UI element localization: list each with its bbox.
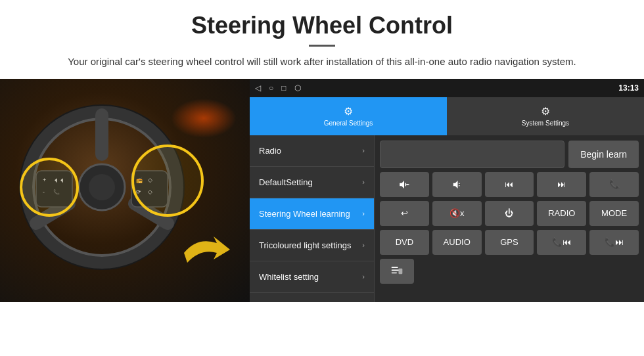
begin-learn-button[interactable]: Begin learn	[568, 141, 639, 168]
back-icon[interactable]: ◁	[255, 83, 261, 93]
control-panel: Begin learn ⏮ ⏭ 📞 ↩ 🔇x	[375, 135, 644, 302]
highlight-circle-left	[20, 158, 79, 217]
home-icon[interactable]: ○	[269, 83, 273, 93]
menu-item-steering-label: Steering Wheel learning	[259, 209, 362, 219]
chevron-icon: ›	[362, 273, 365, 280]
page-subtitle: Your original car's steering wheel contr…	[26, 55, 618, 70]
page-header: Steering Wheel Control Your original car…	[0, 0, 644, 79]
title-divider	[309, 45, 335, 47]
volume-down-button[interactable]	[432, 172, 482, 197]
steering-input[interactable]	[380, 141, 564, 168]
tab-system[interactable]: ⚙ System Settings	[447, 97, 644, 135]
menu-item-radio-label: Radio	[259, 146, 362, 156]
svg-point-7	[89, 174, 115, 200]
system-settings-icon: ⚙	[541, 105, 550, 118]
begin-learn-row: Begin learn	[380, 141, 639, 168]
previous-track-button[interactable]: ⏮	[485, 172, 534, 197]
chevron-icon: ›	[362, 178, 365, 186]
control-buttons-row2: ↩ 🔇x ⏻ RADIO MODE	[380, 201, 639, 226]
radio-mode-button[interactable]: RADIO	[537, 201, 586, 226]
gps-button[interactable]: GPS	[485, 230, 534, 255]
recents-icon[interactable]: □	[281, 83, 286, 93]
chevron-icon: ›	[362, 210, 365, 217]
volume-up-icon	[398, 179, 410, 190]
menu-item-default-label: DefaultSetting	[259, 177, 362, 187]
menu-list: Radio › DefaultSetting › Steering Wheel …	[250, 135, 375, 302]
menu-item-whitelist[interactable]: Whitelist setting ›	[250, 261, 374, 293]
phone-answer-button[interactable]: 📞	[589, 172, 639, 197]
svg-rect-23	[392, 272, 397, 273]
dvd-button[interactable]: DVD	[380, 230, 429, 255]
power-button[interactable]: ⏻	[485, 201, 534, 226]
menu-item-steering-wheel[interactable]: Steering Wheel learning ›	[250, 198, 374, 230]
audio-button[interactable]: AUDIO	[432, 230, 482, 255]
svg-rect-21	[392, 267, 398, 268]
menu-item-whitelist-label: Whitelist setting	[259, 272, 362, 282]
control-buttons-row3: DVD AUDIO GPS 📞⏮ 📞⏭	[380, 230, 639, 255]
tab-system-label: System Settings	[522, 120, 569, 127]
menu-item-radio[interactable]: Radio ›	[250, 135, 374, 167]
status-bar-nav: ◁ ○ □ ⬡	[255, 83, 301, 93]
tab-bar: ⚙ General Settings ⚙ System Settings	[250, 97, 644, 135]
svg-rect-20	[459, 184, 460, 185]
mute-button[interactable]: 🔇x	[432, 201, 482, 226]
menu-item-tricoloured-label: Tricoloured light settings	[259, 240, 362, 250]
chevron-icon: ›	[362, 146, 365, 154]
highlight-circle-right	[131, 145, 204, 217]
hang-up-button[interactable]: ↩	[380, 201, 429, 226]
cast-icon[interactable]: ⬡	[294, 83, 301, 93]
status-time: 13:13	[618, 83, 639, 93]
menu-item-tricoloured[interactable]: Tricoloured light settings ›	[250, 230, 374, 261]
phone-prev-button[interactable]: 📞⏮	[537, 230, 586, 255]
general-settings-icon: ⚙	[344, 105, 353, 118]
menu-item-default-setting[interactable]: DefaultSetting ›	[250, 167, 374, 198]
svg-rect-19	[406, 184, 409, 185]
next-track-button[interactable]: ⏭	[537, 172, 586, 197]
content-area: Radio › DefaultSetting › Steering Wheel …	[250, 135, 644, 302]
android-ui: ◁ ○ □ ⬡ 13:13 ⚙ General Settings ⚙ Syste…	[250, 79, 644, 302]
tab-general-label: General Settings	[324, 120, 373, 127]
control-buttons-row1: ⏮ ⏭ 📞	[380, 172, 639, 197]
volume-down-icon	[451, 179, 463, 190]
menu-icon-button[interactable]	[380, 259, 414, 284]
chevron-icon: ›	[362, 241, 365, 249]
car-image: + ⏴⏴ - 📞 📻 ◇ ⟳ ◇	[0, 79, 250, 302]
svg-rect-24	[399, 268, 403, 273]
list-icon	[390, 265, 403, 278]
arrow-indicator	[177, 230, 237, 276]
control-buttons-row4	[380, 259, 639, 284]
mode-button[interactable]: MODE	[589, 201, 639, 226]
page-title: Steering Wheel Control	[26, 12, 618, 39]
main-content: + ⏴⏴ - 📞 📻 ◇ ⟳ ◇ ◁ ○	[0, 79, 644, 302]
phone-next-button[interactable]: 📞⏭	[589, 230, 639, 255]
volume-up-button[interactable]	[380, 172, 429, 197]
tab-general[interactable]: ⚙ General Settings	[250, 97, 447, 135]
status-bar: ◁ ○ □ ⬡ 13:13	[250, 79, 644, 97]
